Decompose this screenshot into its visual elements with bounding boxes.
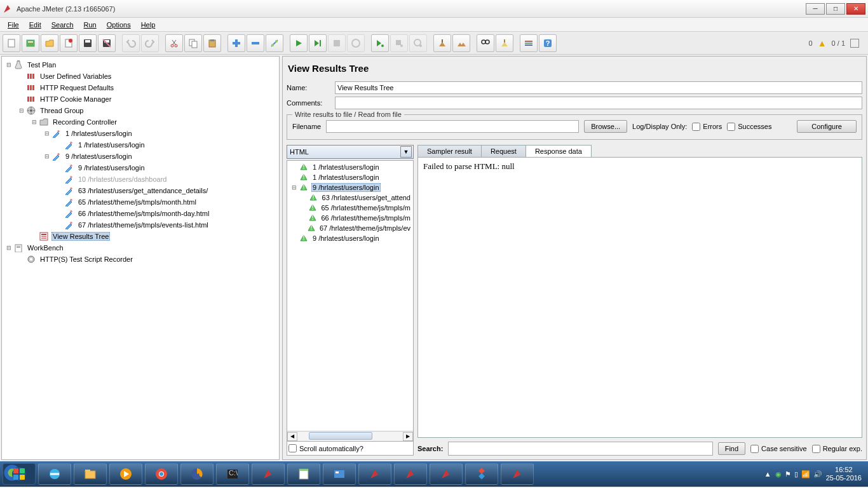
horizontal-scrollbar[interactable]: ◀ ▶ bbox=[287, 431, 413, 441]
clear-button[interactable] bbox=[433, 34, 451, 52]
battery-icon[interactable]: ▯ bbox=[794, 470, 798, 478]
templates-button[interactable] bbox=[22, 34, 39, 52]
tree-toggle-icon[interactable]: ⊟ bbox=[291, 184, 297, 191]
comments-input[interactable] bbox=[335, 97, 862, 109]
successes-checkbox[interactable]: Successes bbox=[727, 123, 771, 131]
function-helper-button[interactable] bbox=[520, 34, 538, 52]
tree-node[interactable]: ⊟9 /hrlatest/users/login bbox=[3, 151, 278, 162]
help-button[interactable]: ? bbox=[539, 34, 557, 52]
start-button[interactable] bbox=[3, 463, 36, 485]
result-node[interactable]: •!63 /hrlatest/users/get_attend bbox=[288, 193, 412, 203]
save-button[interactable] bbox=[79, 34, 97, 52]
filename-input[interactable] bbox=[326, 120, 579, 133]
close-button[interactable]: ✕ bbox=[846, 3, 865, 15]
stop-button[interactable] bbox=[328, 34, 346, 52]
tree-node[interactable]: •10 /hrlatest/users/dashboard bbox=[3, 173, 278, 185]
results-tree[interactable]: •!1 /hrlatest/users/login•!1 /hrlatest/u… bbox=[287, 160, 414, 442]
taskbar-notepad[interactable] bbox=[287, 463, 320, 485]
expand-button[interactable] bbox=[227, 34, 245, 52]
cut-button[interactable] bbox=[165, 34, 183, 52]
tree-node[interactable]: ⊟1 /hrlatest/users/login bbox=[3, 128, 278, 139]
tab-sampler-result[interactable]: Sampler result bbox=[417, 145, 482, 157]
menu-file[interactable]: File bbox=[3, 20, 24, 30]
result-node[interactable]: •!9 /hrlatest/users/login bbox=[288, 233, 412, 243]
maximize-button[interactable]: □ bbox=[826, 3, 845, 15]
tab-request[interactable]: Request bbox=[481, 145, 526, 157]
open-button[interactable] bbox=[41, 34, 58, 52]
regex-checkbox[interactable]: Regular exp. bbox=[812, 445, 862, 453]
search-tree-button[interactable] bbox=[477, 34, 494, 52]
tree-toggle-icon[interactable]: ⊟ bbox=[31, 119, 37, 125]
scroll-auto-checkbox[interactable]: Scroll automatically? bbox=[288, 444, 363, 452]
tree-node[interactable]: ⊟Thread Group bbox=[3, 105, 278, 116]
taskbar-jmeter-5[interactable] bbox=[501, 463, 534, 485]
tree-node[interactable]: •HTTP Request Defaults bbox=[3, 82, 278, 93]
collapse-button[interactable] bbox=[247, 34, 264, 52]
taskbar-explorer[interactable] bbox=[74, 463, 107, 485]
undo-button[interactable] bbox=[122, 34, 140, 52]
tree-node[interactable]: •65 /hrlatest/theme/js/tmpls/month.html bbox=[3, 196, 278, 208]
tree-toggle-icon[interactable]: ⊟ bbox=[44, 130, 50, 137]
remote-shutdown-button[interactable] bbox=[409, 34, 427, 52]
volume-icon[interactable]: 🔊 bbox=[813, 470, 822, 478]
browse-button[interactable]: Browse... bbox=[584, 120, 627, 133]
tree-toggle-icon[interactable]: ⊟ bbox=[6, 62, 12, 68]
tab-response-data[interactable]: Response data bbox=[526, 145, 592, 157]
redo-button[interactable] bbox=[141, 34, 159, 52]
tree-toggle-icon[interactable]: ⊟ bbox=[18, 107, 25, 114]
result-node[interactable]: •!66 /hrlatest/theme/js/tmpls/m bbox=[288, 213, 412, 223]
name-input[interactable] bbox=[335, 81, 862, 94]
taskbar-firefox[interactable] bbox=[180, 463, 214, 485]
menu-search[interactable]: Search bbox=[46, 20, 79, 30]
save-as-button[interactable] bbox=[98, 34, 116, 52]
taskbar-jmeter-4[interactable] bbox=[430, 463, 463, 485]
scrollbar-thumb[interactable] bbox=[309, 432, 372, 440]
new-button[interactable] bbox=[3, 34, 20, 52]
tree-node[interactable]: •66 /hrlatest/theme/js/tmpls/month-day.h… bbox=[3, 208, 278, 219]
taskbar-clock[interactable]: 16:52 25-05-2016 bbox=[826, 466, 862, 482]
tree-node[interactable]: •User Defined Variables bbox=[3, 71, 278, 82]
tree-node[interactable]: •HTTP Cookie Manager bbox=[3, 93, 278, 105]
errors-checkbox[interactable]: Errors bbox=[692, 123, 722, 131]
case-sensitive-checkbox[interactable]: Case sensitive bbox=[750, 445, 807, 453]
tree-node[interactable]: ⊟WorkBench bbox=[3, 242, 278, 254]
network-icon[interactable]: 📶 bbox=[801, 470, 810, 478]
flag-icon[interactable]: ⚑ bbox=[785, 470, 791, 478]
result-node[interactable]: •!67 /hrlatest/theme/js/tmpls/ev bbox=[288, 223, 412, 233]
paste-button[interactable] bbox=[203, 34, 221, 52]
taskbar-media[interactable] bbox=[109, 463, 142, 485]
start-button[interactable] bbox=[290, 34, 308, 52]
tray-icon[interactable]: ◉ bbox=[775, 470, 782, 478]
menu-edit[interactable]: Edit bbox=[24, 20, 46, 30]
taskbar-jmeter-3[interactable] bbox=[394, 463, 427, 485]
search-input[interactable] bbox=[448, 442, 712, 456]
menu-help[interactable]: Help bbox=[136, 20, 161, 30]
tree-node[interactable]: •View Results Tree bbox=[3, 231, 278, 242]
remote-stop-button[interactable] bbox=[390, 34, 408, 52]
tray-expand-icon[interactable]: ▲ bbox=[764, 470, 771, 478]
tree-node[interactable]: ⊟Recording Controller bbox=[3, 116, 278, 128]
close-file-button[interactable] bbox=[60, 34, 78, 52]
result-node[interactable]: ⊟!9 /hrlatest/users/login bbox=[288, 182, 412, 193]
renderer-combo[interactable]: HTML ▼ bbox=[287, 145, 414, 159]
result-node[interactable]: •!65 /hrlatest/theme/js/tmpls/m bbox=[288, 203, 412, 213]
result-node[interactable]: •!1 /hrlatest/users/login bbox=[288, 162, 412, 172]
minimize-button[interactable]: ─ bbox=[806, 3, 825, 15]
menu-run[interactable]: Run bbox=[79, 20, 102, 30]
reset-search-button[interactable] bbox=[496, 34, 513, 52]
clear-all-button[interactable] bbox=[452, 34, 470, 52]
taskbar-chrome[interactable] bbox=[145, 463, 178, 485]
test-plan-tree[interactable]: ⊟Test Plan•User Defined Variables•HTTP R… bbox=[1, 56, 280, 460]
result-node[interactable]: •!1 /hrlatest/users/login bbox=[288, 172, 412, 182]
configure-button[interactable]: Configure bbox=[797, 120, 857, 133]
taskbar-jmeter-1[interactable] bbox=[252, 463, 285, 485]
tree-toggle-icon[interactable]: ⊟ bbox=[6, 245, 12, 251]
tree-node[interactable]: ⊟Test Plan bbox=[3, 59, 278, 71]
taskbar-jmeter-2[interactable] bbox=[358, 463, 391, 485]
taskbar-app[interactable] bbox=[323, 463, 356, 485]
taskbar-misc[interactable] bbox=[465, 463, 498, 485]
taskbar-cmd[interactable]: C:\ bbox=[216, 463, 249, 485]
tree-node[interactable]: •63 /hrlatest/users/get_attendance_detai… bbox=[3, 185, 278, 196]
taskbar-ie[interactable] bbox=[38, 463, 71, 485]
scroll-left-icon[interactable]: ◀ bbox=[287, 432, 297, 441]
